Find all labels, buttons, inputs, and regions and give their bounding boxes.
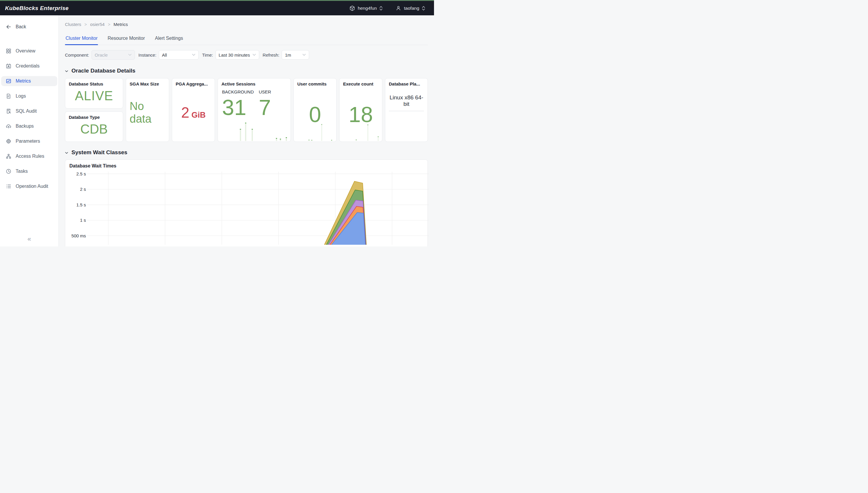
sidebar-item-label: SQL Audit	[16, 108, 37, 114]
time-select[interactable]: Last 30 minutes	[216, 50, 259, 60]
sidebar-item-backups[interactable]: Backups	[1, 121, 57, 131]
component-label: Component:	[65, 52, 89, 58]
background-label: BACKGROUND	[222, 89, 259, 94]
card-title: PGA Aggrega...	[176, 81, 211, 86]
sidebar-item-label: Credentials	[16, 63, 40, 69]
sidebar-item-label: Logs	[16, 93, 26, 99]
user-commits-value: 0	[309, 104, 321, 126]
sidebar-item-credentials[interactable]: Credentials	[1, 61, 57, 71]
user-sessions-value: 7	[259, 97, 287, 119]
tab-cluster-monitor[interactable]: Cluster Monitor	[65, 36, 98, 45]
chevron-down-icon	[192, 53, 196, 56]
component-select: Oracle	[92, 50, 135, 60]
refresh-select[interactable]: 1m	[282, 50, 309, 60]
collapse-chevron-icon	[65, 68, 68, 73]
tab-alert-settings[interactable]: Alert Settings	[155, 36, 184, 45]
sidebar-item-parameters[interactable]: Parameters	[1, 136, 57, 146]
tab-resource-monitor[interactable]: Resource Monitor	[107, 36, 145, 45]
workspace-selector[interactable]: heng4fun	[349, 5, 383, 11]
sga-max-size-card: SGA Max Size No data	[126, 78, 169, 142]
id-card-icon	[6, 63, 12, 69]
grid-icon	[6, 48, 12, 54]
time-value: Last 30 minutes	[219, 52, 250, 58]
instance-select[interactable]: All	[159, 50, 199, 60]
sidebar-item-logs[interactable]: Logs	[1, 91, 57, 101]
user-name: taofang	[404, 6, 419, 11]
chevron-down-icon	[302, 53, 306, 56]
sidebar-item-tasks[interactable]: Tasks	[1, 166, 57, 176]
clock-icon	[6, 168, 12, 174]
sidebar-item-sql-audit[interactable]: SQL Audit	[1, 106, 57, 116]
y-axis-tick-label: 2 s	[80, 187, 86, 192]
sidebar-collapse-button[interactable]: «	[0, 235, 58, 243]
pga-aggregate-card: PGA Aggrega... 2 GiB	[172, 78, 215, 142]
chart-title: Database Wait Times	[69, 163, 423, 169]
background-sessions-value: 31	[222, 97, 259, 119]
section-title: System Wait Classes	[72, 149, 127, 156]
card-title: Execute count	[343, 81, 379, 86]
database-type-value: CDB	[80, 122, 108, 136]
user-menu[interactable]: taofang	[396, 5, 425, 11]
section-system-wait-classes[interactable]: System Wait Classes	[65, 149, 428, 156]
card-title: User commits	[297, 81, 333, 86]
sidebar-item-metrics[interactable]: Metrics	[1, 76, 57, 86]
instance-label: Instance:	[139, 52, 157, 58]
sidebar-item-overview[interactable]: Overview	[1, 46, 57, 56]
user-icon	[396, 5, 401, 11]
card-title: SGA Max Size	[129, 81, 165, 86]
back-label: Back	[16, 24, 26, 29]
active-sessions-sparkline	[221, 122, 287, 142]
breadcrumb-current-page: Metrics	[114, 22, 128, 27]
execute-count-value: 18	[349, 104, 373, 126]
card-title: Database Status	[69, 81, 119, 86]
sidebar-item-label: Parameters	[16, 138, 40, 144]
tab-bar: Cluster Monitor Resource Monitor Alert S…	[65, 36, 428, 45]
execute-count-card: Execute count 18	[339, 78, 382, 142]
sidebar-item-operation-audit[interactable]: Operation Audit	[1, 181, 57, 191]
sidebar-item-access-rules[interactable]: Access Rules	[1, 151, 57, 161]
database-platform-card: Database Pla... Linux x86 64-bit	[385, 78, 428, 142]
chevron-down-icon	[253, 53, 256, 56]
card-title: Database Type	[69, 115, 119, 120]
time-label: Time:	[202, 52, 213, 58]
document-user-icon	[6, 108, 12, 114]
user-commits-card: User commits 0	[294, 78, 337, 142]
status-type-column: Database Status ALIVE Database Type CDB	[65, 78, 123, 142]
user-label: USER	[259, 89, 287, 94]
details-cards-row: Database Status ALIVE Database Type CDB …	[65, 78, 428, 142]
breadcrumb: Clusters > osier54 > Metrics	[65, 22, 428, 27]
collapse-chevron-icon	[65, 150, 68, 155]
sidebar-item-label: Metrics	[16, 79, 31, 84]
sidebar-item-label: Access Rules	[16, 154, 44, 159]
document-icon	[6, 93, 12, 99]
back-button[interactable]: Back	[1, 22, 57, 32]
y-axis-tick-label: 2.5 s	[76, 171, 86, 176]
brand-logo: KubeBlocks Enterprise	[5, 5, 68, 12]
database-platform-value: Linux x86 64-bit	[389, 94, 424, 107]
sidebar-item-label: Overview	[16, 48, 36, 53]
database-type-card: Database Type CDB	[65, 111, 123, 142]
cloud-upload-icon	[6, 123, 12, 129]
sidebar-item-label: Backups	[16, 124, 34, 129]
instance-value: All	[162, 52, 167, 58]
section-title: Oracle Database Details	[72, 67, 136, 74]
gear-icon	[6, 138, 12, 144]
breadcrumb-clusters[interactable]: Clusters	[65, 22, 81, 27]
section-oracle-database-details[interactable]: Oracle Database Details	[65, 67, 428, 74]
workspace-cube-icon	[349, 5, 355, 11]
y-axis-tick-label: 1.5 s	[76, 202, 86, 207]
user-updown-icon	[422, 6, 425, 10]
sidebar: Back Overview Credentials	[0, 15, 59, 246]
card-title: Active Sessions	[221, 81, 287, 86]
database-wait-times-panel: Database Wait Times 2.5 s2 s1.5 s1 s500 …	[65, 159, 428, 246]
sitemap-icon	[6, 153, 12, 159]
breadcrumb-cluster-name[interactable]: osier54	[90, 22, 104, 27]
filter-bar: Component: Oracle Instance: All Time: La…	[65, 50, 428, 60]
card-title: Database Pla...	[389, 81, 424, 86]
database-status-value: ALIVE	[75, 88, 113, 103]
chevron-down-icon	[128, 53, 132, 56]
pga-number: 2	[181, 104, 189, 121]
pga-aggregate-value: 2 GiB	[181, 104, 206, 121]
arrow-left-icon	[6, 24, 12, 30]
pga-unit: GiB	[191, 111, 205, 120]
